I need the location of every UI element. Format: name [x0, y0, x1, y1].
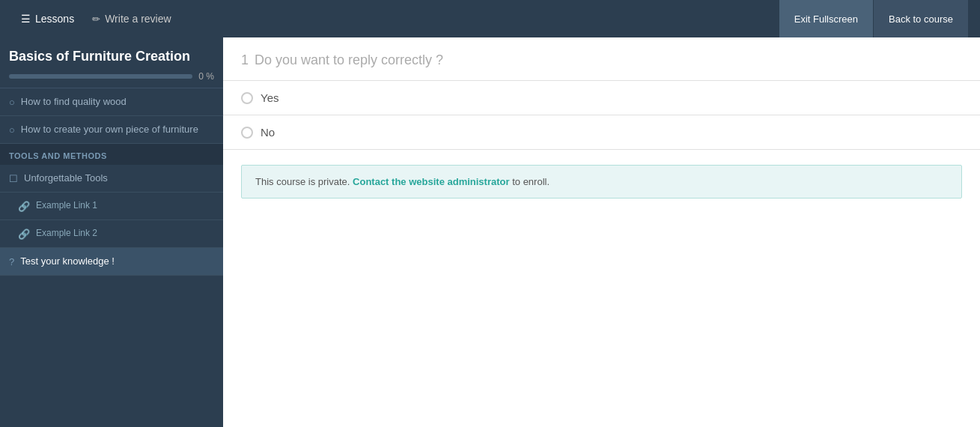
- back-to-course-button[interactable]: Back to course: [873, 0, 968, 37]
- write-review-button[interactable]: ✏ Write a review: [83, 7, 180, 31]
- sidebar-item-label: Unforgettable Tools: [24, 172, 108, 184]
- top-nav: ☰ Lessons ✏ Write a review Exit Fullscre…: [0, 0, 980, 37]
- pencil-icon: ✏: [92, 13, 100, 25]
- hamburger-icon: ☰: [21, 13, 31, 25]
- answer-label-no: No: [261, 126, 275, 139]
- sidebar-item-example-link-2[interactable]: 🔗 Example Link 2: [0, 220, 223, 248]
- answer-label-yes: Yes: [261, 91, 279, 104]
- exit-fullscreen-label: Exit Fullscreen: [794, 13, 858, 25]
- lessons-button[interactable]: ☰ Lessons: [12, 7, 83, 31]
- sidebar-item-label: Test your knowledge !: [20, 255, 115, 267]
- sidebar-item-example-link-1[interactable]: 🔗 Example Link 1: [0, 193, 223, 220]
- radio-yes[interactable]: [241, 92, 253, 104]
- progress-text: 0 %: [198, 71, 214, 82]
- progress-bar-background: [9, 74, 192, 79]
- sidebar-section-tools-methods: TOOLS AND METHODS: [0, 144, 223, 165]
- sidebar-item-test-knowledge[interactable]: ? Test your knowledge !: [0, 248, 223, 276]
- main-layout: Basics of Furniture Creation 0 % ○ How t…: [0, 37, 980, 427]
- write-review-label: Write a review: [105, 13, 171, 25]
- sidebar-item-label: How to create your own piece of furnitur…: [21, 124, 198, 135]
- contact-admin-link[interactable]: Contact the website administrator: [353, 176, 509, 187]
- sidebar-item-label: How to find quality wood: [21, 96, 127, 107]
- circle-icon: ○: [9, 97, 15, 108]
- sidebar-item-create-furniture[interactable]: ○ How to create your own piece of furnit…: [0, 116, 223, 144]
- content-area: 1 Do you want to reply correctly ? Yes N…: [223, 37, 980, 427]
- sidebar-item-label: Example Link 1: [36, 200, 97, 211]
- link-icon: 🔗: [18, 228, 30, 240]
- question-container: 1 Do you want to reply correctly ? Yes N…: [223, 37, 980, 150]
- lessons-label: Lessons: [35, 13, 74, 25]
- sidebar-title-section: Basics of Furniture Creation 0 %: [0, 37, 223, 88]
- info-text-before: This course is private.: [255, 176, 350, 187]
- question-header: 1 Do you want to reply correctly ?: [223, 37, 980, 80]
- radio-no[interactable]: [241, 127, 253, 139]
- sidebar-course-title: Basics of Furniture Creation: [9, 48, 214, 65]
- exit-fullscreen-button[interactable]: Exit Fullscreen: [779, 0, 873, 37]
- question-text: Do you want to reply correctly ?: [255, 52, 443, 68]
- answer-option-yes[interactable]: Yes: [223, 80, 980, 115]
- sidebar-item-unforgettable-tools[interactable]: ☐ Unforgettable Tools: [0, 165, 223, 193]
- answer-option-no[interactable]: No: [223, 115, 980, 149]
- info-box: This course is private. Contact the webs…: [241, 165, 962, 199]
- question-icon: ?: [9, 256, 14, 267]
- document-icon: ☐: [9, 173, 18, 184]
- circle-icon: ○: [9, 124, 15, 136]
- sidebar-item-label: Example Link 2: [36, 228, 97, 238]
- sidebar-item-quality-wood[interactable]: ○ How to find quality wood: [0, 88, 223, 116]
- sidebar: Basics of Furniture Creation 0 % ○ How t…: [0, 37, 223, 427]
- back-to-course-label: Back to course: [889, 13, 953, 25]
- progress-bar-container: 0 %: [9, 71, 214, 82]
- section-header-label: TOOLS AND METHODS: [9, 151, 107, 160]
- question-number: 1: [241, 52, 249, 68]
- link-icon: 🔗: [18, 201, 30, 212]
- info-text-after: to enroll.: [512, 176, 550, 187]
